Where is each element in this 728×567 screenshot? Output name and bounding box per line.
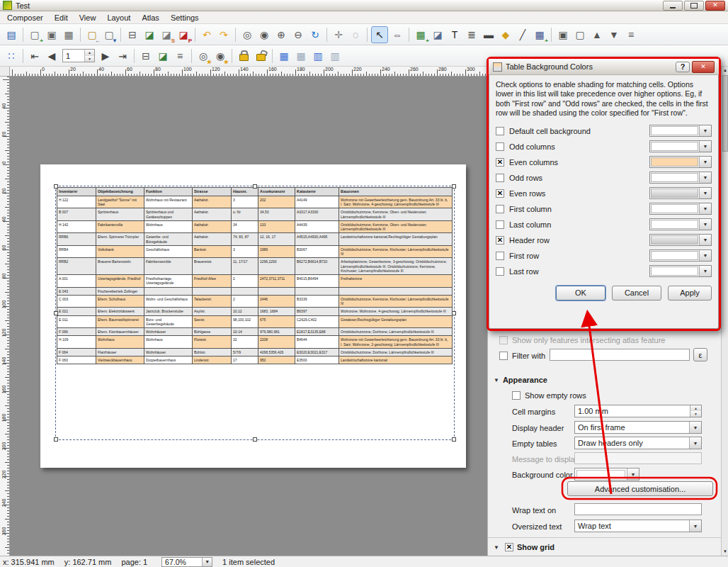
raise-items-icon[interactable]: ▲ <box>589 27 605 43</box>
selection-handle[interactable] <box>54 437 58 442</box>
zoom-actual-size-icon[interactable]: ◉ <box>256 27 272 43</box>
scroll-up-icon[interactable]: ▲ <box>722 67 728 74</box>
lock-items-icon[interactable] <box>236 48 251 64</box>
color-dropdown[interactable]: ▼ <box>649 265 712 277</box>
color-dropdown[interactable]: ▼ <box>649 125 712 137</box>
add-shape-icon[interactable]: ◆ <box>498 27 513 43</box>
spin-arrows-icon[interactable]: ▲▼ <box>84 50 94 62</box>
load-from-template-icon[interactable]: ▢← <box>84 27 100 43</box>
atlas-first-feature-icon[interactable]: ⇤ <box>27 48 42 64</box>
ok-button[interactable]: OK <box>556 286 605 301</box>
selection-handle[interactable] <box>452 311 456 315</box>
show-empty-rows-checkbox[interactable] <box>512 391 521 400</box>
filter-with-checkbox[interactable] <box>499 352 508 360</box>
selection-handle[interactable] <box>54 311 58 315</box>
align-items-icon[interactable]: ≡ <box>623 27 639 43</box>
spin-arrows-icon[interactable]: ▲▼ <box>690 405 701 417</box>
preview-atlas-icon[interactable]: ◉★ <box>212 48 228 64</box>
refresh-view-icon[interactable]: ↻ <box>307 27 323 43</box>
selection-handle[interactable] <box>253 437 257 442</box>
close-button[interactable]: ✕ <box>705 1 725 11</box>
unlock-items-icon[interactable] <box>253 48 268 64</box>
add-map-icon[interactable]: ▦+ <box>413 27 428 43</box>
smart-guides-icon[interactable]: ▥ <box>327 48 343 64</box>
undo-icon[interactable]: ↶ <box>199 27 215 43</box>
selection-handle[interactable] <box>253 184 257 189</box>
checkbox-unchecked[interactable] <box>496 220 504 229</box>
print-icon[interactable]: ⊟ <box>125 27 140 43</box>
display-header-dropdown[interactable]: On first frame ▼ <box>574 421 702 434</box>
oversized-text-dropdown[interactable]: Wrap text ▼ <box>574 520 702 532</box>
save-project-icon[interactable]: ▤ <box>4 27 19 43</box>
selection-handle[interactable] <box>54 184 58 189</box>
export-image-icon[interactable]: ◪ <box>142 27 157 43</box>
menu-atlas[interactable]: Atlas <box>136 12 164 23</box>
add-image-icon[interactable]: ◪ <box>430 27 445 43</box>
background-color-dropdown[interactable]: ▼ <box>574 468 639 481</box>
atlas-intersect-checkbox[interactable] <box>499 336 508 344</box>
checkbox-checked[interactable] <box>496 236 504 245</box>
expression-button[interactable]: ε <box>693 348 707 361</box>
color-dropdown[interactable]: ▼ <box>649 249 712 262</box>
add-scalebar-icon[interactable]: ▬ <box>481 27 496 43</box>
dialog-close-button[interactable]: ✕ <box>692 61 715 73</box>
zoom-tool-icon[interactable]: ◌ <box>348 27 363 43</box>
export-pdf-icon[interactable]: ◪P <box>176 27 191 43</box>
color-dropdown[interactable]: ▼ <box>649 234 712 246</box>
select-move-item-icon[interactable]: ↖ <box>371 26 388 43</box>
scrollbar-thumb[interactable] <box>722 75 728 152</box>
checkbox-unchecked[interactable] <box>496 142 504 151</box>
menu-composer[interactable]: Composer <box>1 12 49 23</box>
menu-edit[interactable]: Edit <box>49 12 74 23</box>
zoom-level-dropdown[interactable]: 67.0% ▼ <box>161 557 212 567</box>
checkbox-unchecked[interactable] <box>496 127 504 135</box>
panel-scrollbar[interactable]: ▲ ▼ <box>721 67 728 556</box>
table-selection-frame[interactable] <box>55 186 455 440</box>
show-grid-checkbox[interactable] <box>505 543 513 551</box>
minimize-button[interactable] <box>663 1 683 11</box>
composition-manager-icon[interactable]: ▦ <box>61 27 76 43</box>
pan-icon[interactable]: ✛ <box>331 27 346 43</box>
apply-button[interactable]: Apply <box>668 286 712 301</box>
save-as-template-icon[interactable]: ▢▼ <box>101 27 117 43</box>
color-dropdown[interactable]: ▼ <box>649 156 712 168</box>
add-label-icon[interactable]: T <box>447 27 462 43</box>
advanced-customisation-button[interactable]: Advanced customisation... <box>567 481 713 496</box>
atlas-previous-feature-icon[interactable]: ◀ <box>44 48 59 64</box>
zoom-in-icon[interactable]: ⊕ <box>273 27 289 43</box>
maximize-button[interactable] <box>684 1 704 11</box>
add-arrow-icon[interactable]: ╱ <box>515 27 530 43</box>
cell-margins-spinbox[interactable]: 1.00 mm ▲▼ <box>574 405 702 417</box>
duplicate-composition-icon[interactable]: ▣ <box>44 27 59 43</box>
dialog-titlebar[interactable]: Table Background Colors ? ✕ <box>489 59 719 75</box>
atlas-next-feature-icon[interactable]: ▶ <box>98 48 113 64</box>
lower-items-icon[interactable]: ▼ <box>606 27 622 43</box>
checkbox-checked[interactable] <box>496 189 504 198</box>
zoom-full-icon[interactable]: ◎ <box>239 27 255 43</box>
selection-handle[interactable] <box>452 184 456 189</box>
checkbox-unchecked[interactable] <box>496 205 504 213</box>
atlas-settings-icon[interactable]: ≡ <box>172 48 188 64</box>
print-atlas-icon[interactable]: ⊟ <box>138 48 154 64</box>
wrap-text-input[interactable] <box>574 503 702 515</box>
dialog-help-button[interactable]: ? <box>676 62 690 72</box>
redo-icon[interactable]: ↷ <box>216 27 232 43</box>
zoom-out-icon[interactable]: ⊖ <box>290 27 306 43</box>
ungroup-items-icon[interactable]: ▢ <box>572 27 588 43</box>
show-guides-icon[interactable]: ▥ <box>310 48 326 64</box>
empty-tables-dropdown[interactable]: Draw headers only ▼ <box>574 437 702 449</box>
export-svg-icon[interactable]: ◪S <box>159 27 174 43</box>
menu-settings[interactable]: Settings <box>165 12 205 23</box>
cancel-button[interactable]: Cancel <box>612 286 661 301</box>
new-composition-icon[interactable]: ▢+ <box>27 27 42 43</box>
menu-view[interactable]: View <box>74 12 102 23</box>
color-dropdown[interactable]: ▼ <box>649 187 712 199</box>
color-dropdown[interactable]: ▼ <box>649 203 712 215</box>
snap-to-grid-icon[interactable]: ▦ <box>276 48 292 64</box>
selection-handle[interactable] <box>452 437 456 442</box>
atlas-last-feature-icon[interactable]: ⇥ <box>115 48 130 64</box>
checkbox-checked[interactable] <box>496 158 504 167</box>
checkbox-unchecked[interactable] <box>496 174 504 182</box>
group-items-icon[interactable]: ▣ <box>555 27 571 43</box>
filter-with-input[interactable] <box>550 349 690 361</box>
